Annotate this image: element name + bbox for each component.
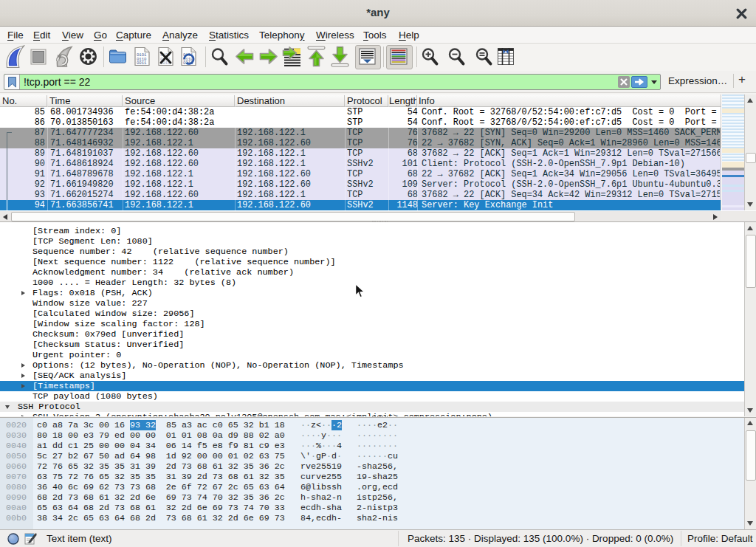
- svg-text:0011: 0011: [137, 61, 147, 66]
